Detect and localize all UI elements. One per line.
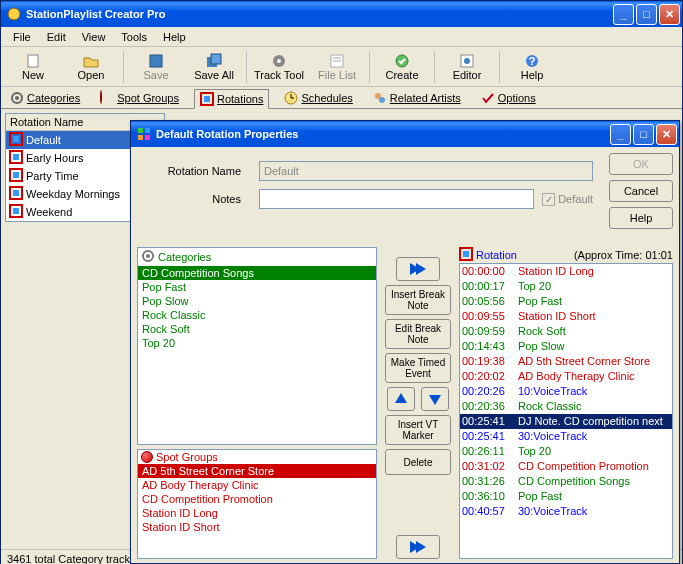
rotation-row[interactable]: 00:05:56Pop Fast bbox=[460, 294, 672, 309]
rotation-row[interactable]: 00:00:17Top 20 bbox=[460, 279, 672, 294]
svg-rect-27 bbox=[13, 154, 19, 160]
cancel-button[interactable]: Cancel bbox=[609, 180, 673, 202]
spotgroup-item[interactable]: AD 5th Street Corner Store bbox=[138, 464, 376, 478]
rotation-row[interactable]: 00:36:10Pop Fast bbox=[460, 489, 672, 504]
menu-tools[interactable]: Tools bbox=[113, 29, 155, 45]
new-icon bbox=[25, 53, 41, 69]
spotgroup-item[interactable]: Station ID Long bbox=[138, 506, 376, 520]
spotgroups-title: Spot Groups bbox=[138, 450, 376, 464]
spotgroups-list[interactable]: AD 5th Street Corner StoreAD Body Therap… bbox=[138, 464, 376, 534]
main-title: StationPlaylist Creator Pro bbox=[26, 8, 613, 20]
rotation-row[interactable]: 00:20:36Rock Classic bbox=[460, 399, 672, 414]
help-button[interactable]: Help bbox=[609, 207, 673, 229]
menu-file[interactable]: File bbox=[5, 29, 39, 45]
toolbar-track-tool[interactable]: Track Tool bbox=[251, 49, 307, 85]
menu-view[interactable]: View bbox=[74, 29, 114, 45]
dialog-minimize-button[interactable]: _ bbox=[610, 124, 631, 145]
rotation-row[interactable]: 00:09:55Station ID Short bbox=[460, 309, 672, 324]
svg-text:?: ? bbox=[529, 55, 536, 67]
delete-button[interactable]: Delete bbox=[385, 449, 451, 475]
toolbar-help[interactable]: ?Help bbox=[504, 49, 560, 85]
toolbar-save-all[interactable]: Save All bbox=[186, 49, 242, 85]
spotgroup-item[interactable]: Station ID Short bbox=[138, 520, 376, 534]
toolbar-create[interactable]: Create bbox=[374, 49, 430, 85]
notes-input[interactable] bbox=[259, 189, 534, 209]
add-arrow-button-2[interactable] bbox=[396, 535, 440, 559]
rotation-row[interactable]: 00:20:2610:VoiceTrack bbox=[460, 384, 672, 399]
svg-point-0 bbox=[8, 8, 20, 20]
notes-label: Notes bbox=[141, 193, 241, 205]
svg-marker-43 bbox=[429, 395, 441, 405]
rotation-row[interactable]: 00:40:5730:VoiceTrack bbox=[460, 504, 672, 519]
approx-time: (Approx Time: 01:01 bbox=[574, 249, 673, 261]
rotation-sequence-title: Rotation (Approx Time: 01:01 bbox=[459, 247, 673, 263]
category-item[interactable]: Rock Soft bbox=[138, 322, 376, 336]
svg-rect-36 bbox=[138, 135, 143, 140]
tab-related-artists[interactable]: Related Artists bbox=[368, 89, 466, 107]
toolbar-new[interactable]: New bbox=[5, 49, 61, 85]
rotation-name-input[interactable] bbox=[259, 161, 593, 181]
rotation-icon bbox=[9, 186, 23, 202]
close-button[interactable]: ✕ bbox=[659, 4, 680, 25]
rotation-properties-dialog: Default Rotation Properties _ □ ✕ OK Can… bbox=[130, 120, 680, 564]
tab-options[interactable]: Options bbox=[476, 89, 541, 107]
menu-help[interactable]: Help bbox=[155, 29, 194, 45]
rotation-row[interactable]: 00:00:00Station ID Long bbox=[460, 264, 672, 279]
svg-rect-37 bbox=[145, 135, 150, 140]
minimize-button[interactable]: _ bbox=[613, 4, 634, 25]
gear-icon bbox=[141, 249, 155, 265]
check-icon bbox=[481, 91, 495, 105]
spotgroup-item[interactable]: AD Body Therapy Clinic bbox=[138, 478, 376, 492]
category-item[interactable]: Top 20 bbox=[138, 336, 376, 350]
default-checkbox[interactable]: Default bbox=[542, 193, 593, 206]
rotation-icon bbox=[9, 204, 23, 220]
tabbar: CategoriesSpot GroupsRotationsSchedulesR… bbox=[1, 87, 682, 109]
insert-break-note-button[interactable]: Insert Break Note bbox=[385, 285, 451, 315]
make-timed-event-button[interactable]: Make Timed Event bbox=[385, 353, 451, 383]
category-item[interactable]: CD Competition Songs bbox=[138, 266, 376, 280]
category-item[interactable]: Pop Slow bbox=[138, 294, 376, 308]
dialog-close-button[interactable]: ✕ bbox=[656, 124, 677, 145]
maximize-button[interactable]: □ bbox=[636, 4, 657, 25]
tab-spot-groups[interactable]: Spot Groups bbox=[95, 89, 184, 107]
tab-rotations[interactable]: Rotations bbox=[194, 89, 269, 109]
ok-button[interactable]: OK bbox=[609, 153, 673, 175]
move-down-button[interactable] bbox=[421, 387, 449, 411]
dialog-maximize-button[interactable]: □ bbox=[633, 124, 654, 145]
tab-categories[interactable]: Categories bbox=[5, 89, 85, 107]
category-item[interactable]: Pop Fast bbox=[138, 280, 376, 294]
categories-group: Categories CD Competition SongsPop FastP… bbox=[137, 247, 377, 445]
rotation-row[interactable]: 00:31:26CD Competition Songs bbox=[460, 474, 672, 489]
add-arrow-button[interactable] bbox=[396, 257, 440, 281]
app-icon bbox=[6, 6, 22, 22]
rotation-icon bbox=[459, 247, 473, 263]
tab-schedules[interactable]: Schedules bbox=[279, 89, 357, 107]
rotation-row[interactable]: 00:25:4130:VoiceTrack bbox=[460, 429, 672, 444]
main-titlebar: StationPlaylist Creator Pro _ □ ✕ bbox=[1, 1, 682, 27]
category-item[interactable]: Rock Classic bbox=[138, 308, 376, 322]
insert-vt-marker-button[interactable]: Insert VT Marker bbox=[385, 415, 451, 445]
move-up-button[interactable] bbox=[387, 387, 415, 411]
rotation-row[interactable]: 00:09:59Rock Soft bbox=[460, 324, 672, 339]
rotation-sequence-list[interactable]: 00:00:00Station ID Long00:00:17Top 2000:… bbox=[459, 263, 673, 559]
menu-edit[interactable]: Edit bbox=[39, 29, 74, 45]
saveall-icon bbox=[206, 53, 222, 69]
spotgroup-item[interactable]: CD Competition Promotion bbox=[138, 492, 376, 506]
rotation-row[interactable]: 00:20:02AD Body Therapy Clinic bbox=[460, 369, 672, 384]
svg-marker-41 bbox=[416, 263, 426, 275]
rotation-row[interactable]: 00:14:43Pop Slow bbox=[460, 339, 672, 354]
categories-list[interactable]: CD Competition SongsPop FastPop SlowRock… bbox=[138, 266, 376, 444]
rotation-row[interactable]: 00:31:02CD Competition Promotion bbox=[460, 459, 672, 474]
categories-title: Categories bbox=[138, 248, 376, 266]
default-checkbox-label: Default bbox=[558, 193, 593, 205]
toolbar-open[interactable]: Open bbox=[63, 49, 119, 85]
dialog-titlebar: Default Rotation Properties _ □ ✕ bbox=[131, 121, 679, 147]
rotation-row[interactable]: 00:26:11Top 20 bbox=[460, 444, 672, 459]
rotation-row[interactable]: 00:25:41DJ Note. CD competition next bbox=[460, 414, 672, 429]
rotation-row[interactable]: 00:19:38AD 5th Street Corner Store bbox=[460, 354, 672, 369]
toolbar: NewOpenSaveSave AllTrack ToolFile ListCr… bbox=[1, 47, 682, 87]
edit-break-note-button[interactable]: Edit Break Note bbox=[385, 319, 451, 349]
toolbar-editor[interactable]: Editor bbox=[439, 49, 495, 85]
red-icon bbox=[100, 91, 114, 105]
help-icon: ? bbox=[524, 53, 540, 69]
